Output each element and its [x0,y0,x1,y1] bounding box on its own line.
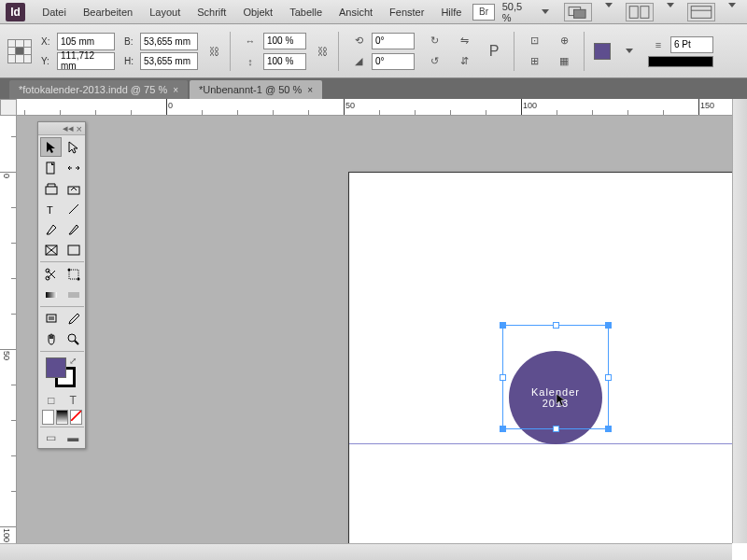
menu-schrift[interactable]: Schrift [190,4,233,21]
svg-rect-22 [47,315,56,322]
selection-handle[interactable] [553,322,559,329]
formatting-text-icon[interactable]: T [63,392,85,409]
tab-unbenannt[interactable]: *Unbenannt-1 @ 50 %× [190,80,322,99]
scissors-tool[interactable] [40,264,62,284]
fit-content-icon[interactable]: ⊡ [524,32,544,50]
canvas[interactable]: Kalender 2013 [17,116,747,560]
selection-handle[interactable] [553,426,559,432]
scrollbar-vertical[interactable] [732,99,747,543]
flip-v-icon[interactable]: ⇵ [454,52,474,71]
selection-handle[interactable] [500,322,506,329]
tab-fotokalender[interactable]: *fotokalender-2013.indd @ 75 %× [9,80,188,99]
width-field[interactable]: 53,655 mm [140,33,198,50]
fill-frame-icon[interactable]: ▦ [554,52,574,71]
selection-handle[interactable] [605,322,612,329]
rectangle-tool[interactable] [63,240,84,259]
scrollbar-horizontal[interactable] [0,543,732,560]
menu-fenster[interactable]: Fenster [382,4,431,21]
screen-mode-icon[interactable] [564,3,592,21]
toolbox-header[interactable]: ◂◂× [38,122,85,135]
line-tool[interactable] [63,199,84,218]
selection-handle[interactable] [500,426,506,432]
close-icon[interactable]: × [307,85,313,95]
view-mode-preview-icon[interactable]: ▬ [63,429,85,446]
selection-handle[interactable] [500,374,506,381]
dropdown-icon[interactable] [605,3,613,7]
view-mode-normal-icon[interactable]: ▭ [40,429,63,446]
gap-tool[interactable] [63,158,84,177]
hand-tool[interactable] [40,329,62,349]
constrain-scale-icon[interactable]: ⛓ [316,34,329,69]
stroke-style[interactable] [648,56,713,67]
stroke-weight-field[interactable]: 6 Pt [670,36,713,53]
fill-proxy[interactable] [46,357,66,378]
fill-stroke-proxy[interactable]: ⤢ [42,356,82,389]
dropdown-icon[interactable] [728,3,736,7]
flip-h-icon[interactable]: ⇋ [454,32,474,50]
control-bar: X:105 mm Y:111,712 mm B:53,655 mm H:53,6… [0,24,747,78]
svg-line-10 [69,204,78,214]
selection-handle[interactable] [605,374,612,381]
selection-tool[interactable] [40,137,62,157]
ruler-origin[interactable] [0,99,17,116]
workspace-icon[interactable] [687,3,715,21]
menu-hilfe[interactable]: Hilfe [433,4,469,21]
zoom-tool[interactable] [63,329,84,349]
formatting-container-icon[interactable]: □ [40,392,63,409]
close-icon[interactable]: × [77,123,82,134]
height-field[interactable]: 53,655 mm [140,52,198,70]
menu-tabelle[interactable]: Tabelle [282,4,330,21]
select-container-icon[interactable]: P [484,42,504,61]
menu-datei[interactable]: Datei [35,4,74,21]
shear-icon: ◢ [348,52,369,71]
ruler-horizontal[interactable]: -50050100150200 [17,99,747,116]
swap-fill-stroke-icon[interactable]: ⤢ [69,356,77,366]
scale-y-field[interactable]: 100 % [263,53,306,70]
arrange-icon[interactable] [626,3,654,21]
collapse-icon[interactable]: ◂◂ [63,122,74,134]
constrain-proportions-icon[interactable]: ⛓ [207,34,220,69]
fit-frame-icon[interactable]: ⊞ [524,52,544,71]
rectangle-frame-tool[interactable] [40,240,62,259]
rotate-ccw-icon[interactable]: ↺ [424,52,444,71]
zoom-dropdown-icon[interactable] [542,9,549,14]
free-transform-tool[interactable] [63,264,84,284]
apply-gradient-icon[interactable] [56,410,68,425]
x-field[interactable]: 105 mm [57,33,115,50]
apply-color-icon[interactable] [42,410,54,425]
svg-rect-20 [46,292,57,298]
rotate-cw-icon[interactable]: ↻ [424,32,444,50]
scale-x-field[interactable]: 100 % [263,33,306,49]
menu-bearbeiten[interactable]: Bearbeiten [76,4,140,21]
zoom-display[interactable]: 50,5 % [502,1,530,23]
note-tool[interactable] [40,309,62,329]
shear-field[interactable]: 0° [372,53,415,70]
dropdown-icon[interactable] [667,3,674,7]
page-tool[interactable] [40,158,62,177]
selection-bounding-box [502,325,609,429]
content-placer-tool[interactable] [63,178,84,198]
eyedropper-tool[interactable] [63,309,84,329]
type-tool[interactable]: T [40,199,62,218]
y-field[interactable]: 111,712 mm [57,52,115,70]
selection-handle[interactable] [605,426,612,432]
bridge-button[interactable]: Br [472,4,494,21]
h-label: H: [124,56,137,66]
content-collector-tool[interactable] [40,178,62,198]
pencil-tool[interactable] [63,219,84,239]
menu-objekt[interactable]: Objekt [235,4,280,21]
menu-layout[interactable]: Layout [142,4,188,21]
fill-swatch[interactable] [594,43,611,60]
apply-none-icon[interactable] [70,410,82,425]
close-icon[interactable]: × [173,85,178,95]
rotate-field[interactable]: 0° [372,33,415,49]
menu-ansicht[interactable]: Ansicht [331,4,380,21]
fill-dropdown-icon[interactable] [626,49,633,53]
center-content-icon[interactable]: ⊕ [554,32,574,50]
reference-point[interactable] [7,39,32,63]
gradient-swatch-tool[interactable] [40,285,62,304]
ruler-vertical[interactable]: 050100150 [0,116,17,560]
gradient-feather-tool[interactable] [63,285,84,304]
pen-tool[interactable] [40,219,62,239]
direct-selection-tool[interactable] [63,137,84,157]
